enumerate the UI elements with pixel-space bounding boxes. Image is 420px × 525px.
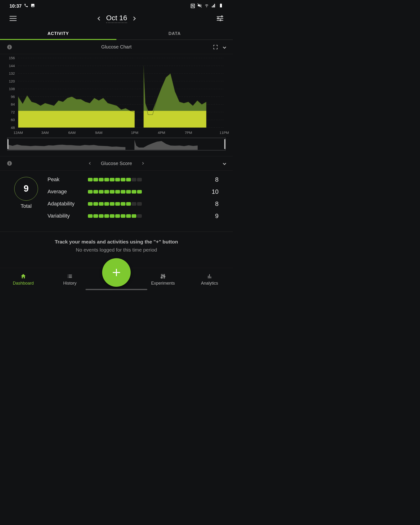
info-icon[interactable]: i: [7, 45, 12, 49]
nav-history[interactable]: History: [46, 273, 93, 286]
svg-text:84: 84: [11, 102, 15, 106]
nav-label: Dashboard: [13, 281, 34, 286]
svg-text:108: 108: [9, 87, 15, 91]
signal-icon: [211, 3, 216, 9]
score-row-label: Average: [47, 188, 88, 195]
date-navigator: Oct 16: [98, 14, 135, 23]
nav-label: Analytics: [201, 281, 218, 286]
nfc-icon: N: [191, 4, 195, 8]
glucose-score-header: i Glucose Score: [0, 156, 233, 171]
add-event-fab[interactable]: [102, 258, 131, 287]
score-row: Adaptability8: [47, 200, 219, 207]
empty-line1: Track your meals and activities using th…: [5, 239, 228, 245]
svg-text:120: 120: [9, 79, 15, 83]
glucose-chart-title: Glucose Chart: [101, 44, 132, 50]
svg-rect-29: [18, 111, 135, 127]
svg-text:4PM: 4PM: [158, 131, 165, 135]
tab-activity[interactable]: ACTIVITY: [0, 27, 116, 39]
score-row-value: 9: [204, 212, 219, 220]
fullscreen-icon[interactable]: [213, 45, 218, 49]
clock: 10:37: [9, 3, 22, 9]
nav-label: Experiments: [151, 281, 175, 286]
score-pips: [88, 202, 204, 206]
glucose-chart-scrubber[interactable]: [0, 138, 233, 151]
menu-button[interactable]: [9, 16, 17, 21]
svg-rect-32: [7, 139, 9, 149]
glucose-score-title: Glucose Score: [101, 161, 132, 166]
glucose-score-body: 9 Total Peak8Average10Adaptability8Varia…: [0, 171, 233, 227]
current-date[interactable]: Oct 16: [106, 14, 127, 23]
svg-text:3AM: 3AM: [41, 131, 49, 135]
score-row-label: Variability: [47, 213, 88, 219]
score-total-label: Total: [21, 203, 32, 209]
glucose-chart[interactable]: 486072849610812013214415612AM3AM6AM9AM1P…: [0, 54, 233, 138]
app-header: Oct 16: [0, 12, 233, 27]
nav-analytics[interactable]: Analytics: [186, 273, 233, 286]
status-bar: 10:37 N: [0, 0, 233, 12]
score-row-value: 10: [204, 188, 219, 196]
svg-rect-33: [224, 139, 225, 149]
score-total: 9 Total: [14, 177, 38, 209]
svg-text:9AM: 9AM: [95, 131, 102, 135]
collapse-icon[interactable]: [223, 45, 226, 48]
filter-button[interactable]: [217, 16, 223, 21]
nav-dashboard[interactable]: Dashboard: [0, 273, 46, 286]
info-icon[interactable]: i: [7, 161, 12, 166]
mute-icon: [197, 3, 202, 9]
tab-data[interactable]: DATA: [116, 27, 233, 39]
battery-icon: [219, 3, 223, 9]
svg-text:156: 156: [9, 56, 15, 60]
svg-text:72: 72: [11, 110, 15, 114]
svg-text:11PM: 11PM: [219, 131, 229, 135]
score-row-value: 8: [204, 176, 219, 183]
score-row: Variability9: [47, 212, 219, 220]
score-row: Peak8: [47, 176, 219, 183]
nav-label: History: [63, 281, 76, 286]
list-icon: [67, 273, 73, 279]
score-pips: [88, 214, 204, 218]
score-row: Average10: [47, 188, 219, 196]
sliders-icon: [160, 273, 166, 279]
image-icon: [31, 3, 35, 9]
home-icon: [20, 273, 26, 279]
score-row-label: Peak: [47, 177, 88, 183]
svg-text:48: 48: [11, 126, 15, 130]
svg-text:12AM: 12AM: [14, 131, 23, 135]
svg-text:144: 144: [9, 64, 15, 68]
collapse-icon[interactable]: [223, 162, 226, 165]
svg-text:1PM: 1PM: [131, 131, 138, 135]
score-pips: [88, 190, 204, 194]
empty-line2: No events logged for this time period: [5, 247, 228, 253]
score-row-value: 8: [204, 200, 219, 207]
svg-text:96: 96: [11, 95, 15, 99]
svg-text:132: 132: [9, 71, 15, 75]
score-row-label: Adaptability: [47, 201, 88, 207]
score-next-button[interactable]: [141, 162, 144, 165]
phone-icon: [24, 3, 28, 9]
next-day-button[interactable]: [132, 16, 136, 20]
home-indicator: [85, 289, 147, 290]
score-pips: [88, 178, 204, 181]
score-total-value: 9: [14, 177, 38, 201]
svg-text:60: 60: [11, 118, 15, 122]
glucose-chart-header: i Glucose Chart: [0, 40, 233, 54]
svg-text:6AM: 6AM: [68, 131, 75, 135]
events-empty-state: Track your meals and activities using th…: [0, 232, 233, 255]
wifi-icon: [204, 3, 209, 9]
score-prev-button[interactable]: [89, 162, 92, 165]
svg-text:7PM: 7PM: [185, 131, 192, 135]
main-tabs: ACTIVITY DATA: [0, 27, 233, 40]
prev-day-button[interactable]: [97, 16, 101, 20]
analytics-icon: [206, 273, 213, 279]
nav-experiments[interactable]: Experiments: [140, 273, 186, 286]
